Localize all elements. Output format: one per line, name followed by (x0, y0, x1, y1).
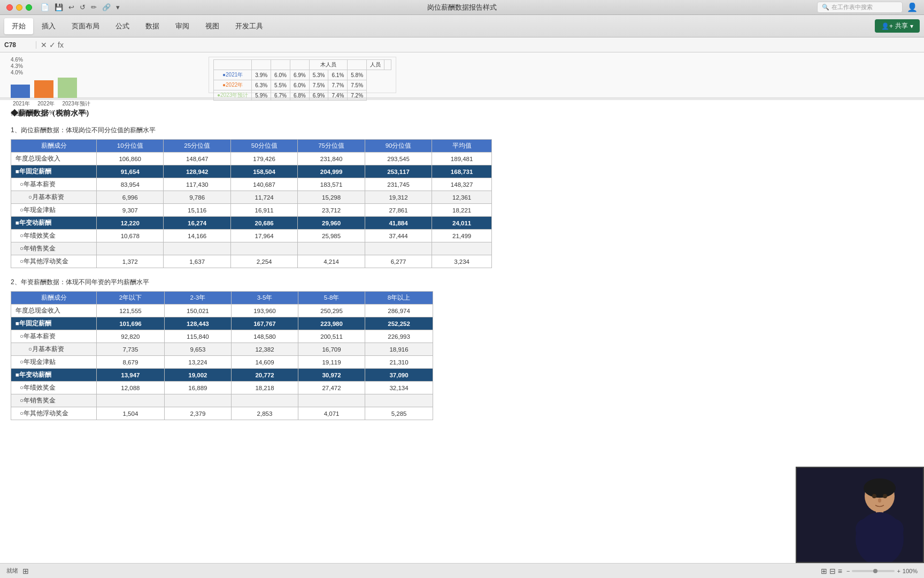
y-label-3: 4.0% (11, 70, 198, 75)
cell-value: 9,786 (164, 191, 230, 204)
table-row: ■年固定薪酬 101,696 128,443 167,767 223,980 2… (11, 317, 433, 330)
cell-value: 13,947 (97, 369, 165, 382)
cell-value: 12,220 (97, 217, 164, 230)
rt-header-1 (252, 60, 271, 70)
ribbon-tab-formula[interactable]: 公式 (108, 18, 137, 34)
cell-value: 12,088 (97, 382, 165, 394)
undo-icon[interactable]: ↩ (68, 3, 74, 11)
cell-value: 231,745 (365, 178, 432, 191)
row-label: ■年变动薪酬 (11, 369, 97, 382)
cell-value: 30,972 (298, 369, 365, 382)
y-label-1: 4.6% (11, 57, 198, 63)
redo-icon[interactable]: ↺ (80, 3, 86, 11)
cell-value: 10,678 (97, 230, 164, 242)
ribbon-tab-dev[interactable]: 开发工具 (228, 18, 271, 34)
view-custom-icon[interactable]: ≡ (838, 567, 842, 575)
cell-value: 231,840 (298, 153, 365, 165)
cell-value (365, 394, 433, 407)
cell-value: 253,117 (365, 165, 432, 178)
rt-label-2021: ●2021年 (214, 70, 252, 80)
table-row: ○年基本薪资 83,954 117,430 140,687 183,571 23… (11, 178, 492, 191)
search-box[interactable]: 🔍 在工作表中搜索 (817, 2, 903, 13)
row-label: ○月基本薪资 (11, 343, 97, 356)
zoom-slider[interactable] (852, 570, 895, 572)
cell-value: 179,426 (230, 153, 297, 165)
cell-value: 19,312 (365, 191, 432, 204)
window-title: 岗位薪酬数据报告样式 (427, 3, 497, 12)
rt-2022-v1: 6.3% (252, 80, 271, 90)
cell-value: 21,310 (365, 356, 433, 369)
cell-value (231, 394, 298, 407)
cell-reference[interactable]: C78 (4, 41, 36, 49)
ribbon-tab-layout[interactable]: 页面布局 (64, 18, 107, 34)
close-button[interactable] (6, 4, 13, 11)
cell-value: 25,985 (298, 230, 365, 242)
ribbon-tab-start[interactable]: 开始 (4, 18, 33, 34)
th2-5to8: 5-8年 (298, 292, 365, 305)
cell-value: 92,820 (97, 330, 165, 343)
ribbon-tab-data[interactable]: 数据 (138, 18, 167, 34)
confirm-icon[interactable]: ✓ (49, 41, 56, 49)
search-icon: 🔍 (822, 4, 829, 11)
cell-value: 16,889 (164, 382, 231, 394)
view-page-icon[interactable]: ⊟ (829, 567, 836, 575)
save-icon[interactable]: 💾 (55, 3, 63, 11)
formula-icon[interactable]: fx (58, 41, 64, 49)
edit-icon[interactable]: ✏ (91, 3, 97, 11)
titlebar-right: 🔍 在工作表中搜索 👤 (817, 2, 918, 13)
bar-group-2022 (34, 80, 53, 98)
cancel-icon[interactable]: ✕ (41, 41, 47, 49)
zoom-minus-icon[interactable]: − (846, 568, 850, 574)
table-row: ■年变动薪酬 12,220 16,274 20,686 29,960 41,88… (11, 217, 492, 230)
share-label: 共享 (895, 21, 908, 31)
row-label: ■年固定薪酬 (11, 317, 97, 330)
svg-point-4 (883, 494, 887, 498)
ribbon-tab-view[interactable]: 视图 (198, 18, 227, 34)
cell-value: 117,430 (164, 178, 230, 191)
cell-value: 12,382 (231, 343, 298, 356)
rt-2021-v3: 6.9% (290, 70, 309, 80)
cell-value: 2,379 (164, 407, 231, 420)
rt-row-2023: ●2023年预计 5.9% 6.7% 6.8% 6.9% 7.4% 7.2% (214, 90, 391, 101)
traffic-lights (6, 4, 32, 11)
minimize-button[interactable] (16, 4, 22, 11)
link-icon[interactable]: 🔗 (102, 3, 111, 11)
ribbon-tab-review[interactable]: 审阅 (168, 18, 197, 34)
file-icon[interactable]: 📄 (41, 3, 49, 11)
row-label: ○年销售奖金 (11, 242, 97, 255)
rt-2023-v6: 7.2% (348, 90, 367, 101)
rt-2023-v5: 7.4% (328, 90, 348, 101)
table-row: 年度总现金收入 121,555 150,021 193,960 250,295 … (11, 305, 433, 317)
row-label: ○年基本薪资 (11, 178, 97, 191)
rt-row-2022: ●2022年 6.3% 5.5% 6.0% 7.5% 7.7% 7.5% (214, 80, 391, 90)
cell-value: 41,884 (365, 217, 432, 230)
th-avg: 平均值 (432, 140, 492, 153)
rt-header-5 (384, 60, 391, 70)
bar-2021 (11, 85, 30, 98)
rt-2022-v2: 5.5% (271, 80, 290, 90)
zoom-plus-icon[interactable]: + (897, 568, 900, 574)
cell-value: 4,214 (298, 255, 365, 268)
view-normal-icon[interactable]: ⊞ (821, 567, 827, 575)
maximize-button[interactable] (26, 4, 32, 11)
spreadsheet[interactable]: 4.6% 4.3% 4.0% 2021年 (0, 52, 924, 563)
cell-value (298, 242, 365, 255)
more-icon[interactable]: ▾ (116, 3, 120, 11)
cell-value: 37,444 (365, 230, 432, 242)
bar-group-2023 (58, 78, 77, 98)
cell-value: 148,327 (432, 178, 492, 191)
cell-value: 24,011 (432, 217, 492, 230)
cell-value (97, 394, 165, 407)
share-button[interactable]: 👤+ 共享 ▾ (875, 19, 920, 33)
rt-row-2021: ●2021年 3.9% 6.0% 6.9% 5.3% 6.1% 5.8% (214, 70, 391, 80)
ribbon-tab-insert[interactable]: 插入 (34, 18, 63, 34)
cell-value: 32,134 (365, 382, 433, 394)
cell-value: 15,298 (298, 191, 365, 204)
row-label: ○年现金津贴 (11, 356, 97, 369)
svg-point-2 (864, 478, 896, 498)
rt-2022-v5: 7.7% (328, 80, 348, 90)
cell-value (164, 242, 230, 255)
rt-2023-v3: 6.8% (290, 90, 309, 101)
salary-table-1: 薪酬成分 10分位值 25分位值 50分位值 75分位值 90分位值 平均值 年… (11, 139, 492, 268)
cell-value: 19,119 (298, 356, 365, 369)
